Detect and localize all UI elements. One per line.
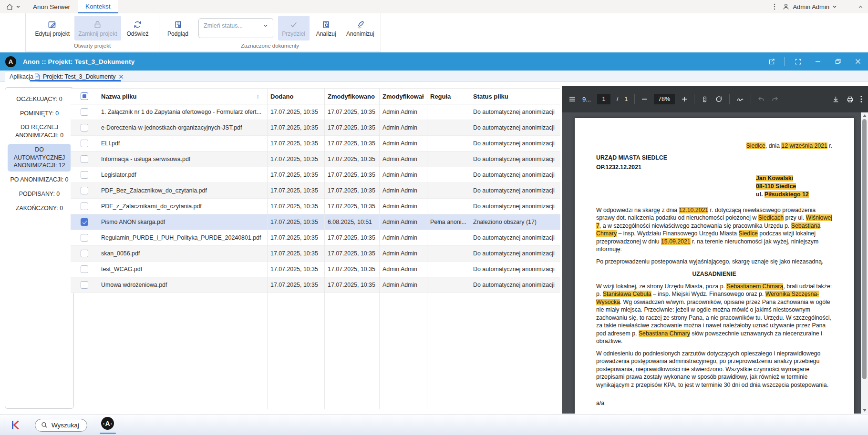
- file-row[interactable]: skan_0056.pdf17.07.2025, 10:3517.07.2025…: [71, 246, 560, 262]
- column-header-name[interactable]: Nazwa pliku ↑: [98, 93, 267, 100]
- minimize-icon: [815, 58, 821, 65]
- row-checkbox[interactable]: [81, 250, 88, 257]
- fullscreen-button[interactable]: [788, 52, 808, 71]
- status-filter-item[interactable]: PODPISANY: 0: [8, 188, 71, 200]
- preview-button[interactable]: Podgląd: [162, 16, 194, 40]
- row-checkbox[interactable]: [81, 187, 88, 194]
- row-checkbox[interactable]: [81, 218, 88, 226]
- file-name: Regulamin_PURDE_i_PUH_Polityka_PURDE_202…: [98, 234, 267, 241]
- date-modified: 17.07.2025, 10:35: [324, 187, 379, 194]
- menu-tab-kontekst[interactable]: Kontekst: [78, 0, 118, 13]
- scrollbar-thumb[interactable]: [862, 119, 867, 379]
- file-row[interactable]: e-Doreczenia-w-jednostkach-organizacyjny…: [71, 120, 560, 136]
- user-menu[interactable]: Admin Admin: [782, 3, 837, 10]
- column-header-modified[interactable]: Zmodyfikowano: [324, 93, 379, 100]
- pdf-more-options-icon[interactable]: [860, 95, 862, 103]
- download-icon[interactable]: [832, 95, 840, 103]
- k-launcher-icon[interactable]: [10, 420, 21, 430]
- ribbon-group-open-project: Edytuj projekt Zamknij projekt Odśwież O…: [25, 13, 159, 52]
- refresh-button[interactable]: Odśwież: [122, 16, 154, 40]
- file-name: test_WCAG.pdf: [98, 266, 267, 273]
- taskbar-search[interactable]: Wyszukaj: [35, 419, 87, 432]
- row-checkbox[interactable]: [81, 265, 88, 273]
- file-row[interactable]: PDF_Bez_Zalacznikow_do_czytania.pdf17.07…: [71, 183, 560, 199]
- date-modified: 17.07.2025, 10:35: [324, 250, 379, 257]
- file-row[interactable]: Pismo ANON skarga.pdf17.07.2025, 10:356.…: [71, 214, 560, 230]
- status-filter-item[interactable]: OCZEKUJĄCY: 0: [8, 93, 71, 105]
- file-row[interactable]: Umowa wdrożeniowa.pdf17.07.2025, 10:3517…: [71, 277, 560, 293]
- column-header-status[interactable]: Status pliku: [470, 93, 560, 100]
- modified-by: Admin Admin: [379, 219, 427, 225]
- status-filter-item[interactable]: POMINIĘTY: 0: [8, 108, 71, 120]
- status-filter-item[interactable]: DO RĘCZNEJ ANONIMIZACJI: 0: [8, 121, 71, 141]
- assign-button[interactable]: Przydziel: [278, 16, 310, 40]
- lock-icon: [93, 20, 103, 30]
- file-row[interactable]: test_WCAG.pdf17.07.2025, 10:3517.07.2025…: [71, 262, 560, 277]
- row-checkbox[interactable]: [81, 234, 88, 242]
- undo-icon[interactable]: [757, 95, 765, 103]
- status-filter-item[interactable]: ZAKOŃCZONY: 0: [8, 202, 71, 214]
- file-row[interactable]: ELI.pdf17.07.2025, 10:3517.07.2025, 10:3…: [71, 136, 560, 152]
- document-aa-note: a/a: [596, 399, 832, 407]
- minimize-button[interactable]: [808, 52, 828, 71]
- file-name: Pismo ANON skarga.pdf: [98, 219, 267, 225]
- change-status-dropdown[interactable]: Zmień status...: [198, 18, 273, 38]
- column-header-rule[interactable]: Reguła: [427, 93, 470, 100]
- pdf-page-separator: /: [617, 96, 618, 102]
- column-header-added[interactable]: Dodano: [267, 93, 324, 100]
- collapse-ribbon-icon[interactable]: [858, 4, 863, 10]
- file-row[interactable]: 1. Załącznik nr 1 do Zapytania ofertoweg…: [71, 104, 560, 120]
- zoom-out-icon[interactable]: [641, 96, 648, 102]
- scroll-down-arrow[interactable]: [863, 409, 867, 412]
- menu-tab-anon-serwer[interactable]: Anon Serwer: [25, 0, 78, 13]
- redo-icon[interactable]: [771, 95, 779, 103]
- row-checkbox[interactable]: [81, 108, 88, 116]
- taskbar-anon-app[interactable]: A: [100, 416, 116, 434]
- pdf-zoom-level[interactable]: 78%: [654, 94, 675, 104]
- zoom-in-icon[interactable]: [681, 96, 688, 102]
- home-menu[interactable]: [0, 0, 25, 13]
- fit-to-page-icon[interactable]: [701, 95, 709, 103]
- row-checkbox[interactable]: [81, 124, 88, 132]
- analyze-button[interactable]: Analizuj: [310, 16, 342, 40]
- file-row[interactable]: Informacja - usługa serwisowa.pdf17.07.2…: [71, 152, 560, 167]
- edit-project-button[interactable]: Edytuj projekt: [31, 16, 73, 40]
- maximize-restore-button[interactable]: [828, 52, 848, 71]
- highlighted-text: Siedlce: [739, 230, 758, 237]
- file-row[interactable]: Regulamin_PURDE_i_PUH_Polityka_PURDE_202…: [71, 230, 560, 246]
- row-checkbox[interactable]: [81, 202, 88, 210]
- scroll-up-arrow[interactable]: [863, 114, 867, 117]
- status-filter-item[interactable]: PO ANONIMIZACJI: 0: [8, 174, 71, 186]
- annotate-draw-icon[interactable]: [736, 95, 744, 103]
- pdf-page-input[interactable]: 1: [597, 94, 610, 104]
- modified-by: Admin Admin: [379, 187, 427, 194]
- window-title: Anon :: Projekt: Test_3_Dokumenty: [23, 58, 134, 65]
- document-paragraph: W wizji lokalnej, ze strony Urzędu Miast…: [596, 283, 832, 345]
- kebab-menu-icon[interactable]: [774, 3, 775, 10]
- pdf-toolbar: 9... 1 / 1 78%: [562, 86, 868, 112]
- file-row[interactable]: Legislator.pdf17.07.2025, 10:3517.07.202…: [71, 167, 560, 183]
- close-tab-icon[interactable]: [119, 74, 124, 79]
- change-status-placeholder: Zmień status...: [204, 22, 243, 29]
- rotate-icon[interactable]: [715, 95, 723, 103]
- row-checkbox[interactable]: [81, 281, 88, 289]
- column-header-modified-by[interactable]: Zmodyfikował: [379, 93, 427, 100]
- document-address-block: Jan Kowalski 08-110 Siedlce ul. Piłsudsk…: [756, 174, 832, 199]
- date-added: 17.07.2025, 10:35: [267, 109, 324, 115]
- select-all-checkbox[interactable]: [81, 92, 88, 100]
- anonymize-button[interactable]: Anonimizuj: [343, 16, 378, 40]
- status-filter-item[interactable]: DO AUTOMATYCZNEJ ANONIMIZACJI: 12: [8, 144, 71, 172]
- open-in-new-icon: [768, 58, 775, 65]
- close-project-button[interactable]: Zamknij projekt: [74, 16, 121, 40]
- file-row[interactable]: PDF_z_Zalacznikami_do_czytania.pdf17.07.…: [71, 199, 560, 214]
- app-window: Anon Serwer Kontekst Admin Admin Edytuj …: [0, 0, 868, 435]
- pdf-scrollbar[interactable]: [861, 112, 868, 414]
- pdf-menu-icon[interactable]: [568, 95, 576, 103]
- row-checkbox[interactable]: [81, 140, 88, 147]
- open-in-new-window-button[interactable]: [762, 52, 782, 71]
- print-icon[interactable]: [846, 95, 854, 103]
- modified-by: Admin Admin: [379, 203, 427, 210]
- row-checkbox[interactable]: [81, 171, 88, 179]
- close-button[interactable]: [848, 52, 868, 71]
- row-checkbox[interactable]: [81, 155, 88, 163]
